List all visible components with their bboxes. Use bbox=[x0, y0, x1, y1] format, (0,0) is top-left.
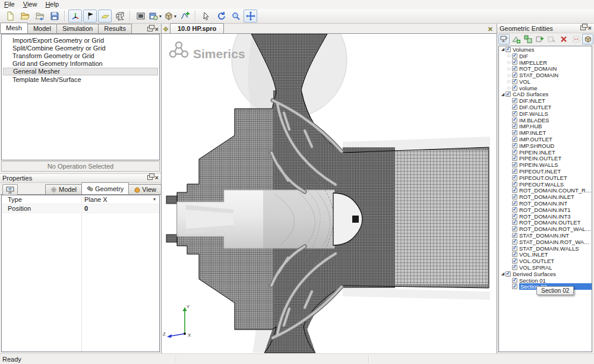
delete-entity-icon[interactable] bbox=[558, 34, 569, 45]
tree-row[interactable]: VOL.SPIRAL bbox=[499, 264, 592, 271]
tree-row[interactable]: PIPEIN.OUTLET bbox=[499, 156, 592, 162]
tree-checkbox[interactable] bbox=[512, 258, 517, 264]
tree-checkbox[interactable] bbox=[512, 98, 517, 103]
tree-row[interactable]: ▷VOL bbox=[499, 78, 592, 85]
tree-checkbox[interactable] bbox=[512, 105, 517, 110]
demote-surface-icon[interactable] bbox=[546, 34, 557, 45]
tree-row[interactable]: ROT_DOMAIN.OUTLET bbox=[499, 220, 592, 226]
add-derived-surface-icon[interactable] bbox=[510, 34, 522, 45]
tree-row[interactable]: ▷IMPELLER bbox=[499, 59, 592, 66]
tree-row[interactable]: ▷volume bbox=[499, 85, 592, 91]
close-panel-icon[interactable]: × bbox=[155, 26, 159, 32]
tree-row[interactable]: PIPEIN.WALLS bbox=[499, 162, 592, 168]
tree-row[interactable]: PIPEOUT.INLET bbox=[499, 168, 592, 175]
tree-checkbox[interactable] bbox=[512, 182, 517, 187]
tree-row[interactable]: ◢Derived Surfaces bbox=[499, 271, 592, 277]
tree-checkbox[interactable] bbox=[512, 59, 517, 65]
add-plane-icon[interactable] bbox=[534, 34, 545, 45]
tree-row[interactable]: PIPEOUT.OUTLET bbox=[499, 175, 592, 181]
operation-item[interactable]: General Mesher bbox=[3, 68, 158, 75]
tree-row[interactable]: ◢Volumes bbox=[499, 46, 592, 53]
tree-row[interactable]: ROT_DOMAIN.COUNT_ROT_... bbox=[499, 188, 592, 194]
tree-checkbox[interactable] bbox=[512, 143, 517, 148]
tree-checkbox[interactable] bbox=[512, 118, 517, 123]
tree-checkbox[interactable] bbox=[512, 265, 517, 270]
plane-toggle-icon[interactable] bbox=[98, 10, 112, 23]
tree-row[interactable]: IMP.HUB bbox=[499, 124, 592, 130]
tree-row[interactable]: IMP.SHROUD bbox=[499, 143, 592, 149]
tree-checkbox[interactable] bbox=[512, 214, 517, 219]
open-file-icon[interactable] bbox=[18, 10, 31, 23]
probe-curve-icon[interactable] bbox=[178, 10, 192, 23]
box-display-toggle-icon[interactable] bbox=[582, 34, 593, 45]
tree-checkbox[interactable] bbox=[512, 246, 517, 251]
tree-checkbox[interactable] bbox=[512, 252, 517, 257]
highlight-selection-icon[interactable] bbox=[570, 34, 582, 45]
tree-checkbox[interactable] bbox=[512, 194, 517, 200]
float-panel-icon[interactable] bbox=[580, 26, 586, 30]
tab-simulation[interactable]: Simulation bbox=[56, 24, 99, 33]
zoom-view-icon[interactable] bbox=[229, 10, 242, 23]
expand-closed-icon[interactable]: ▷ bbox=[507, 60, 512, 65]
tree-checkbox[interactable] bbox=[512, 239, 517, 245]
close-document-icon[interactable]: ✕ bbox=[488, 26, 493, 33]
float-panel-icon[interactable] bbox=[147, 175, 153, 180]
tree-row[interactable]: ▷DIF bbox=[499, 53, 592, 59]
copy-surfaces-icon[interactable] bbox=[522, 34, 533, 45]
tree-row[interactable]: PIPEIN.INLET bbox=[499, 149, 592, 156]
expand-closed-icon[interactable]: ▷ bbox=[507, 79, 512, 84]
tree-checkbox[interactable] bbox=[512, 72, 517, 78]
expand-closed-icon[interactable]: ▷ bbox=[507, 86, 512, 90]
pan-view-icon[interactable] bbox=[244, 10, 257, 23]
close-panel-icon[interactable]: × bbox=[155, 175, 159, 181]
tree-row[interactable]: DIF.INLET bbox=[499, 97, 592, 104]
tree-row[interactable]: ROT_DOMAIN.INT3 bbox=[499, 213, 592, 220]
wireframe-box-icon[interactable] bbox=[113, 10, 127, 23]
property-value[interactable]: 0 bbox=[81, 204, 159, 213]
tree-checkbox[interactable] bbox=[512, 278, 517, 283]
close-panel-icon[interactable]: × bbox=[588, 25, 592, 31]
tree-row[interactable]: IMP.OUTLET bbox=[499, 136, 592, 143]
tree-row[interactable]: PIPEOUT.WALLS bbox=[499, 181, 592, 188]
operation-item[interactable]: Import/Export Geometry or Grid bbox=[3, 37, 158, 44]
tab-view[interactable]: View bbox=[128, 184, 162, 194]
tree-checkbox[interactable] bbox=[512, 124, 517, 129]
tree-checkbox[interactable] bbox=[512, 79, 517, 84]
tree-checkbox[interactable] bbox=[512, 150, 517, 155]
tree-checkbox[interactable] bbox=[512, 130, 517, 135]
tree-checkbox[interactable] bbox=[512, 201, 517, 206]
tree-row[interactable]: DIF.WALLS bbox=[499, 110, 592, 117]
tree-row[interactable]: DIF.OUTLET bbox=[499, 104, 592, 110]
expand-open-icon[interactable]: ◢ bbox=[500, 92, 505, 97]
dock-move-icon[interactable]: ✥ bbox=[162, 25, 170, 33]
show-entity-icon[interactable] bbox=[498, 34, 510, 45]
flag-toggle-icon[interactable] bbox=[83, 10, 97, 23]
operation-item[interactable]: Transform Geometry or Grid bbox=[3, 52, 158, 59]
select-cursor-icon[interactable] bbox=[199, 10, 213, 23]
viewport-canvas[interactable]: Simerics Y Z X bbox=[162, 34, 496, 353]
tree-row[interactable]: VOL.INLET bbox=[499, 252, 592, 258]
expand-closed-icon[interactable]: ▷ bbox=[507, 53, 512, 58]
tree-row[interactable]: STAT_DOMAIN.WALLS bbox=[499, 245, 592, 252]
tab-mesh[interactable]: Mesh bbox=[0, 23, 28, 33]
grid-column-divider[interactable] bbox=[81, 195, 82, 352]
import-geometry-icon[interactable] bbox=[33, 10, 46, 23]
tree-checkbox[interactable] bbox=[512, 53, 517, 59]
tree-checkbox[interactable] bbox=[512, 137, 517, 142]
menu-file[interactable]: File bbox=[0, 0, 19, 9]
tree-checkbox[interactable] bbox=[512, 86, 517, 91]
axis-triad-toggle-icon[interactable] bbox=[68, 10, 82, 23]
tree-checkbox[interactable] bbox=[512, 111, 517, 116]
save-icon[interactable] bbox=[48, 10, 61, 23]
menu-view[interactable]: View bbox=[19, 0, 42, 9]
operation-item[interactable]: Grid and Geometry Information bbox=[3, 60, 158, 67]
tree-row[interactable]: IMP.INLET bbox=[499, 129, 592, 136]
tab-model[interactable]: Model bbox=[45, 184, 82, 194]
tab-model[interactable]: Model bbox=[27, 24, 57, 33]
expand-open-icon[interactable]: ◢ bbox=[500, 47, 505, 52]
tree-row[interactable]: ROT_DOMAIN.INT1 bbox=[499, 207, 592, 213]
document-tab[interactable]: 10.0 HP.spro bbox=[170, 23, 224, 33]
rotate-view-icon[interactable] bbox=[214, 10, 228, 23]
box-display-icon[interactable]: ▾ bbox=[163, 10, 177, 23]
tree-checkbox[interactable] bbox=[512, 156, 517, 161]
